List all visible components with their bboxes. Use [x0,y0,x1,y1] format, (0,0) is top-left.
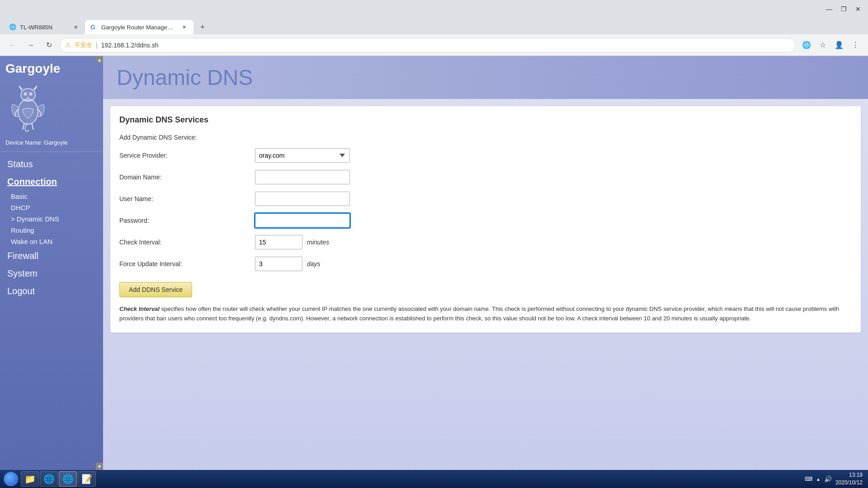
window-controls: — ❐ ✕ [823,3,864,15]
tab-1-favicon: 🌐 [9,23,16,31]
force-update-label: Force Update Interval: [119,260,255,267]
svg-point-1 [21,89,35,101]
gargoyle-logo: Gargoyle [0,56,103,137]
profile-button[interactable]: 👤 [832,38,846,52]
omnibar: ← → ↻ ⚠ 不安全 | 192.168.1.2/ddns.sh 🌐 ☆ 👤 … [0,34,868,56]
bookmark-button[interactable]: ☆ [816,38,830,52]
tab-1-close[interactable]: ✕ [71,23,80,31]
page-title: Dynamic DNS [117,65,854,90]
volume-icon[interactable]: 🔊 [824,475,832,483]
forward-button[interactable]: → [24,38,38,52]
force-update-unit: days [307,260,321,267]
user-name-input[interactable] [255,192,350,206]
service-provider-select[interactable]: oray.com dyndns.com noip.com freedns.afr… [255,148,350,163]
date-display: 2020/10/12 [835,479,863,487]
tab-2[interactable]: G Gargoyle Router Management ✕ [85,20,193,34]
taskbar-chrome-2[interactable]: 🌐 [59,471,77,487]
tab-bar: 🌐 TL-WR885N ✕ G Gargoyle Router Manageme… [0,18,868,34]
user-name-label: User Name: [119,195,255,202]
service-provider-label: Service Provider: [119,152,255,159]
svg-point-4 [25,94,26,95]
sidebar-item-firewall[interactable]: Firewall [0,247,103,265]
tab-2-title: Gargoyle Router Management [101,24,176,31]
taskbar-chrome-1[interactable]: 🌐 [40,471,58,487]
password-input[interactable] [255,213,350,228]
start-button[interactable] [2,471,20,487]
refresh-button[interactable]: ↻ [42,38,56,52]
domain-name-row: Domain Name: [119,170,852,184]
notepad-icon: 📝 [81,474,93,484]
toolbar-icons: 🌐 ☆ 👤 ⋮ [799,38,863,52]
nav-section: Status Connection Basic DHCP Dynamic DNS… [0,152,103,304]
check-interval-input[interactable] [255,235,302,249]
svg-point-5 [30,94,32,95]
force-update-input[interactable] [255,257,302,271]
sidebar-subitem-basic[interactable]: Basic [0,191,103,202]
explorer-icon: 📁 [24,474,36,484]
password-label: Password: [119,217,255,224]
force-update-row: Force Update Interval: days [119,257,852,271]
sidebar-item-status[interactable]: Status [0,155,103,173]
tab-1[interactable]: 🌐 TL-WR885N ✕ [4,20,85,34]
chevron-up-icon[interactable]: ▲ [816,477,821,482]
main-content: Dynamic DNS Dynamic DNS Services Add Dyn… [103,56,868,470]
add-service-label: Add Dynamic DNS Service: [119,134,852,141]
service-provider-row: Service Provider: oray.com dyndns.com no… [119,148,852,163]
keyboard-icon: ⌨ [805,476,812,482]
security-warning-icon: ⚠ [66,42,71,48]
add-ddns-service-button[interactable]: Add DDNS Service [119,282,192,297]
sidebar-item-connection[interactable]: Connection [0,173,103,191]
address-text: 192.168.1.2/ddns.sh [101,42,159,49]
new-tab-button[interactable]: + [195,20,210,34]
taskbar-clock: 13:19 2020/10/12 [835,471,863,487]
tab-1-title: TL-WR885N [20,24,68,31]
domain-name-input[interactable] [255,170,350,184]
check-interval-label: Check Interval: [119,239,255,246]
maximize-button[interactable]: ❐ [837,3,850,15]
user-name-row: User Name: [119,192,852,206]
tab-2-close[interactable]: ✕ [180,23,188,31]
time-display: 13:19 [835,471,863,479]
taskbar-notepad[interactable]: 📝 [78,471,96,487]
taskbar: 📁 🌐 🌐 📝 ⌨ ▲ 🔊 13:19 2020/10/12 [0,470,868,488]
title-bar: — ❐ ✕ [0,0,868,18]
domain-name-label: Domain Name: [119,174,255,181]
close-button[interactable]: ✕ [852,3,864,15]
page-header: Dynamic DNS [103,56,868,99]
browser-content: ▲ Gargoyle [0,56,868,470]
start-orb [4,472,18,486]
check-interval-row: Check Interval: minutes [119,235,852,249]
gargoyle-image [5,78,51,132]
sidebar-subitem-wake-on-lan[interactable]: Wake on LAN [0,236,103,247]
sidebar-subitem-dynamic-dns[interactable]: Dynamic DNS [0,213,103,225]
password-row: Password: [119,213,852,228]
dns-services-card: Dynamic DNS Services Add Dynamic DNS Ser… [110,106,861,333]
chrome-2-icon: 🌐 [62,474,74,484]
sidebar-subitem-routing[interactable]: Routing [0,225,103,236]
address-bar[interactable]: ⚠ 不安全 | 192.168.1.2/ddns.sh [60,38,796,52]
sidebar-scroll-up[interactable]: ▲ [96,56,103,63]
sidebar: ▲ Gargoyle [0,56,103,470]
sidebar-scroll-down[interactable]: ▼ [96,463,103,470]
tab-2-favicon: G [90,23,98,31]
check-interval-unit: minutes [307,239,329,246]
card-title: Dynamic DNS Services [119,115,852,125]
device-name: Device Name: Gargoyle [0,137,103,152]
sidebar-item-system[interactable]: System [0,265,103,282]
sidebar-subitem-dhcp[interactable]: DHCP [0,202,103,213]
brand-title: Gargoyle [5,61,60,76]
taskbar-system-tray: ⌨ ▲ 🔊 13:19 2020/10/12 [801,471,866,487]
minimize-button[interactable]: — [823,3,835,15]
security-label: 不安全 [75,41,92,49]
taskbar-explorer[interactable]: 📁 [21,471,39,487]
translate-button[interactable]: 🌐 [799,38,814,52]
back-button[interactable]: ← [5,38,20,52]
content-area: Dynamic DNS Services Add Dynamic DNS Ser… [103,99,868,340]
info-body: specifies how often the router will chec… [119,305,839,322]
info-italic: Check Interval [119,305,160,312]
sidebar-item-logout[interactable]: Logout [0,282,103,300]
info-text: Check Interval specifies how often the r… [119,305,852,324]
chrome-1-icon: 🌐 [43,474,55,484]
menu-button[interactable]: ⋮ [848,38,863,52]
